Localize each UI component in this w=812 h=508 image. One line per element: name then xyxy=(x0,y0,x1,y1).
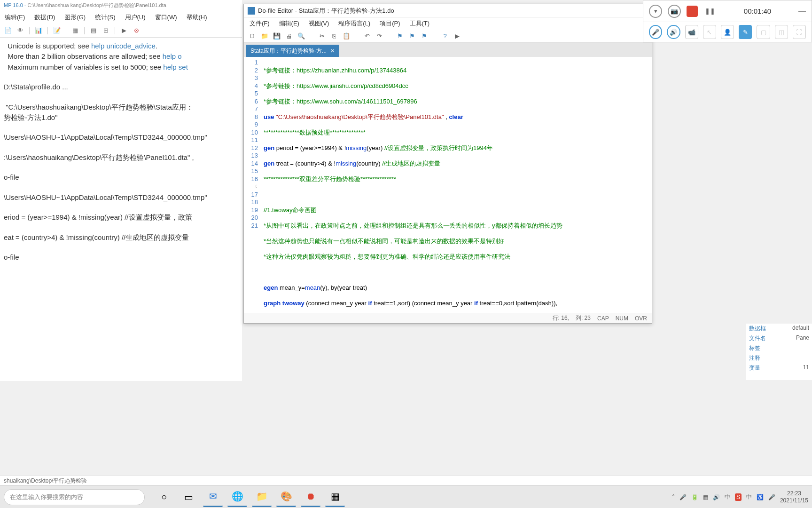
region-icon[interactable]: ◫ xyxy=(775,25,788,39)
save-icon[interactable]: 💾 xyxy=(273,32,281,40)
run-icon[interactable]: ▶ xyxy=(120,26,128,35)
tray-ime1-icon[interactable]: 中 xyxy=(725,493,730,501)
code-text[interactable]: *参考链接：https://zhuanlan.zhihu.com/p/13744… xyxy=(261,57,652,310)
webcam-icon[interactable]: 📹 xyxy=(685,25,698,39)
paste-icon[interactable]: 📋 xyxy=(343,32,350,40)
do-menu-lang[interactable]: 程序语言(L) xyxy=(338,19,370,28)
prop-label-label: 标签 xyxy=(749,344,760,352)
do-menu-tools[interactable]: 工具(T) xyxy=(410,19,430,28)
stata-title-bar: MP 16.0 - C:\Users\haoshua kang\Desktop\… xyxy=(0,0,242,11)
menu-window[interactable]: 窗口(W) xyxy=(155,13,177,22)
chrome-icon[interactable]: 🌐 xyxy=(227,487,247,507)
person-icon[interactable]: 👤 xyxy=(721,25,734,39)
search-icon[interactable]: 🔍 xyxy=(297,32,305,40)
run-do-icon[interactable]: ▶ xyxy=(453,32,461,40)
close-tab-icon[interactable]: ✕ xyxy=(330,48,335,54)
do-menu-bar: 文件(F) 编辑(E) 视图(V) 程序语言(L) 项目(P) 工具(T) xyxy=(244,17,652,30)
system-tray: ˄ 🎤 🔋 ▦ 🔊 中 S 中 ♿ 🎤 22:23 2021/11/15 xyxy=(672,490,812,504)
prop-vars-label: 变量 xyxy=(749,364,760,372)
do-menu-file[interactable]: 文件(F) xyxy=(250,19,270,28)
stop-icon[interactable]: ⊗ xyxy=(132,26,141,35)
stata-output: Unicode is supported; see help unicode_a… xyxy=(0,38,242,267)
status-cap: CAP xyxy=(597,315,609,322)
recorder-app-icon[interactable]: ⏺ xyxy=(301,487,320,507)
do-menu-edit[interactable]: 编辑(E) xyxy=(279,19,299,28)
cut-icon[interactable]: ✂ xyxy=(318,32,326,40)
table-icon[interactable]: ⊞ xyxy=(102,26,110,35)
app1-icon[interactable]: 🎨 xyxy=(276,487,296,507)
taskview-icon[interactable]: ▭ xyxy=(179,487,198,507)
draw-icon[interactable]: ✎ xyxy=(739,25,752,39)
screen-recorder: ▾ 📷 ❚❚ 00:01:40 — 🎤 🔊 📹 ↖ 👤 ✎ ▢ ◫ ⛶ xyxy=(643,0,812,42)
do-title-bar[interactable]: Do-file Editor - Stata应用：平行趋势检验-方法1.do xyxy=(244,4,652,17)
pause-button[interactable]: ❚❚ xyxy=(703,5,717,18)
menu-edit[interactable]: 编辑(E) xyxy=(5,13,25,22)
tray-mic-icon[interactable]: 🎤 xyxy=(679,494,687,500)
fullscreen-icon[interactable]: ⛶ xyxy=(793,25,806,39)
bookmark3-icon[interactable]: ⚑ xyxy=(421,32,428,40)
status-line: 行: 16, xyxy=(553,314,569,322)
search-placeholder: 在这里输入你要搜索的内容 xyxy=(10,493,83,501)
help-icon[interactable]: ? xyxy=(441,32,449,40)
open-icon[interactable]: 📄 xyxy=(4,26,12,35)
screen-icon[interactable]: ▢ xyxy=(757,25,770,39)
windows-taskbar: 在这里输入你要搜索的内容 ○ ▭ ✉ 🌐 📁 🎨 ⏺ ▦ ˄ 🎤 🔋 ▦ 🔊 中… xyxy=(0,485,812,508)
speaker-icon[interactable]: 🔊 xyxy=(667,25,680,39)
stop-button[interactable] xyxy=(687,6,698,17)
undo-icon[interactable]: ↶ xyxy=(363,32,371,40)
do-icon[interactable]: 📝 xyxy=(53,26,61,35)
tray-ime2-icon[interactable]: S xyxy=(735,493,742,501)
do-toolbar: 🗋 📁 💾 🖨 🔍 ✂ ⎘ 📋 ↶ ↷ ⚑ ⚑ ⚑ ? ▶ xyxy=(244,30,652,43)
app-version: MP 16.0 - xyxy=(4,2,28,8)
graph-icon[interactable]: 📊 xyxy=(34,26,43,35)
tray-clock[interactable]: 22:23 2021/11/15 xyxy=(780,490,808,504)
prop-dataframe-value: default xyxy=(792,325,809,333)
tray-net-icon[interactable]: ▦ xyxy=(703,494,708,500)
redo-icon[interactable]: ↷ xyxy=(375,32,383,40)
data-editor-icon[interactable]: ▦ xyxy=(71,26,79,35)
menu-data[interactable]: 数据(D) xyxy=(34,13,55,22)
set-link[interactable]: help set xyxy=(163,63,188,71)
mail-icon[interactable]: ✉ xyxy=(203,487,223,507)
menu-graph[interactable]: 图形(G) xyxy=(64,13,86,22)
rec-down-icon[interactable]: ▾ xyxy=(649,5,662,18)
explorer-icon[interactable]: 📁 xyxy=(252,487,272,507)
tray-battery-icon[interactable]: 🔋 xyxy=(691,494,698,500)
camera-icon[interactable]: 📷 xyxy=(668,5,681,18)
prop-dataframe-label: 数据框 xyxy=(749,325,766,333)
search-input[interactable]: 在这里输入你要搜索的内容 xyxy=(4,489,145,505)
minimize-icon[interactable]: — xyxy=(798,7,806,16)
status-ovr: OVR xyxy=(635,315,647,322)
do-menu-view[interactable]: 视图(V) xyxy=(309,19,329,28)
bookmark2-icon[interactable]: ⚑ xyxy=(408,32,416,40)
do-menu-project[interactable]: 项目(P) xyxy=(380,19,400,28)
stata-menu-bar: 编辑(E) 数据(D) 图形(G) 统计(S) 用户(U) 窗口(W) 帮助(H… xyxy=(0,11,242,24)
bookmark1-icon[interactable]: ⚑ xyxy=(396,32,404,40)
tray-access-icon[interactable]: ♿ xyxy=(757,494,764,500)
tray-lang-icon[interactable]: 中 xyxy=(746,493,752,501)
title-path: C:\Users\haoshua kang\Desktop\平行趋势检验\Pan… xyxy=(28,2,166,8)
do-code-area[interactable]: 12345678910111213141516⤹1718192021 *参考链接… xyxy=(244,57,652,310)
mic-icon[interactable]: 🎤 xyxy=(649,25,662,39)
tray-chevron-icon[interactable]: ˄ xyxy=(672,494,675,500)
tray-mic2-icon[interactable]: 🎤 xyxy=(768,494,775,500)
menu-user[interactable]: 用户(U) xyxy=(125,13,146,22)
unicode-link[interactable]: help unicode_advice xyxy=(91,42,156,50)
new-icon[interactable]: 🗋 xyxy=(249,32,256,40)
copy-icon[interactable]: ⎘ xyxy=(330,32,338,40)
tray-vol-icon[interactable]: 🔊 xyxy=(713,494,720,500)
prop-notes-label: 注释 xyxy=(749,354,760,362)
menu-help[interactable]: 帮助(H) xyxy=(187,13,207,22)
print-icon[interactable]: 🖨 xyxy=(285,32,293,40)
obs-link[interactable]: help o xyxy=(163,52,182,60)
working-dir-strip: shuaikang\Desktop\平行趋势检验 xyxy=(0,475,812,485)
do-tab-active[interactable]: Stata应用：平行趋势检验-方... ✕ xyxy=(246,45,339,57)
stata-app-icon[interactable]: ▦ xyxy=(325,487,345,507)
cortana-icon[interactable]: ○ xyxy=(154,487,174,507)
prop-vars-value: 11 xyxy=(803,364,809,372)
browse-icon[interactable]: ▤ xyxy=(89,26,98,35)
open-folder-icon[interactable]: 📁 xyxy=(261,32,268,40)
eye-icon[interactable]: 👁 xyxy=(16,26,24,35)
menu-stats[interactable]: 统计(S) xyxy=(95,13,115,22)
cursor-icon[interactable]: ↖ xyxy=(703,25,716,39)
